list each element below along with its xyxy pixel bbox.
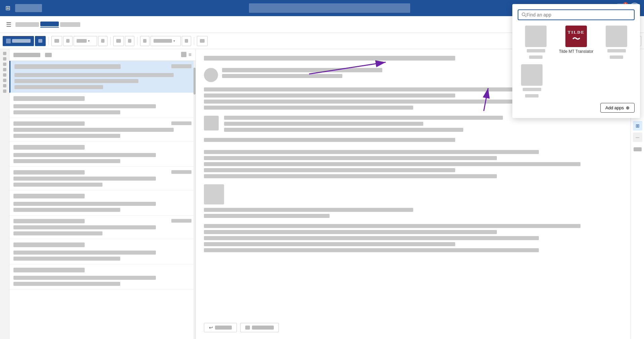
email-item[interactable] — [9, 142, 196, 167]
g2-icon2 — [66, 39, 70, 43]
tilde-wave: 〜 — [572, 35, 581, 43]
email-sender — [13, 194, 85, 198]
body-line-5 — [204, 138, 455, 142]
sidebar-icon-1[interactable] — [3, 52, 6, 55]
grid-view-button[interactable]: ⊞ — [633, 121, 642, 130]
reply-button[interactable]: ↩ — [204, 323, 237, 332]
email-list-panel: ≡ — [9, 49, 196, 339]
email-item[interactable] — [9, 93, 196, 118]
ribbon-divider-3 — [137, 37, 137, 45]
app-label-placeholder2 — [610, 55, 623, 59]
reading-footer: ↩ — [204, 317, 622, 332]
app-label-placeholder2 — [529, 55, 543, 59]
tab-label-2-active — [40, 22, 59, 26]
email-item[interactable] — [9, 190, 196, 216]
sidebar-icon-5[interactable] — [3, 73, 6, 77]
email-time — [171, 219, 191, 223]
hamburger-menu-icon[interactable]: ☰ — [3, 20, 14, 30]
search-icon — [522, 12, 526, 17]
app-label-p22 — [525, 94, 539, 98]
ribbon-btn-11[interactable] — [182, 36, 191, 46]
ribbon-btn-9[interactable] — [140, 36, 149, 46]
ribbon-group-5 — [197, 36, 208, 46]
folder-count — [45, 53, 52, 57]
email-item[interactable] — [9, 61, 196, 93]
body-line-8 — [204, 162, 581, 166]
reply-icon: ↩ — [209, 325, 213, 330]
add-apps-button[interactable]: Add apps ⊕ — [600, 103, 635, 113]
body-line-2 — [204, 93, 455, 98]
top-search-bar[interactable] — [249, 3, 410, 13]
sidebar-icon-4[interactable] — [3, 68, 6, 71]
add-apps-label: Add apps — [605, 105, 624, 110]
body-side-line-3 — [224, 128, 463, 132]
email-subject — [13, 251, 156, 255]
ribbon-group-3 — [113, 36, 134, 46]
email-subject — [13, 128, 174, 132]
sidebar-icon-2[interactable] — [3, 57, 6, 61]
ribbon-btn-4[interactable] — [63, 36, 73, 46]
email-item[interactable] — [9, 216, 196, 239]
email-preview2 — [14, 85, 103, 89]
sidebar-icon-8[interactable] — [3, 89, 6, 93]
sidebar-icon-6[interactable] — [3, 79, 6, 82]
ribbon-btn-3[interactable] — [51, 36, 62, 46]
email-preview — [13, 208, 120, 212]
sidebar-icon-7[interactable] — [3, 84, 6, 87]
email-sender — [13, 219, 85, 223]
ribbon-btn-5[interactable]: ▾ — [74, 36, 97, 46]
ribbon-divider-4 — [194, 37, 194, 45]
g4-icon — [143, 39, 146, 43]
body-line-10 — [204, 174, 497, 178]
add-apps-icon: ⊕ — [626, 105, 630, 110]
body-line-9 — [204, 168, 455, 172]
email-time — [171, 121, 191, 125]
tilde-mt-translator-app[interactable]: TILDE 〜 Tilde MT Translator — [558, 26, 594, 59]
body-line-1 — [204, 87, 539, 91]
ribbon-primary-btn[interactable] — [3, 36, 34, 46]
body-side-line-2 — [224, 122, 423, 126]
email-subject — [13, 202, 156, 206]
email-item[interactable] — [9, 239, 196, 264]
app-label-placeholder — [607, 49, 626, 52]
forward-button[interactable] — [240, 323, 279, 332]
more-options-button[interactable]: ··· — [633, 133, 642, 142]
ribbon-btn-7[interactable] — [113, 36, 124, 46]
ribbon-btn-10[interactable]: ▾ — [151, 36, 181, 46]
folder-title — [13, 53, 40, 57]
sender-avatar — [204, 68, 218, 82]
apps-grid-icon[interactable]: ⊞ — [4, 3, 12, 13]
inline-image-large — [204, 184, 224, 204]
tilde-app-icon: TILDE 〜 — [565, 26, 587, 47]
email-item[interactable] — [9, 118, 196, 142]
g2-label — [77, 39, 87, 43]
g4-icon2 — [185, 39, 188, 43]
svg-point-0 — [522, 13, 525, 16]
filter-icon[interactable] — [181, 52, 186, 57]
body-with-image — [204, 116, 622, 132]
sidebar-icon-3[interactable] — [3, 63, 6, 66]
email-subject — [13, 104, 156, 108]
ribbon-secondary-btn[interactable] — [35, 36, 46, 46]
ribbon-btn-8[interactable] — [125, 36, 134, 46]
scrollbar-thumb — [194, 68, 196, 95]
sort-icon[interactable]: ≡ — [188, 52, 191, 58]
email-item[interactable] — [9, 167, 196, 190]
g2-icon3 — [101, 39, 104, 43]
ribbon-btn-6[interactable] — [98, 36, 108, 46]
inline-image — [204, 116, 219, 130]
app-item[interactable] — [598, 26, 635, 59]
line-d — [204, 242, 455, 246]
app-item-2[interactable] — [521, 64, 543, 98]
app-item[interactable] — [518, 26, 554, 59]
email-sender — [13, 145, 85, 150]
sender-name — [222, 68, 382, 72]
app-search-input[interactable] — [526, 12, 631, 17]
app-grid: TILDE 〜 Tilde MT Translator — [518, 26, 635, 59]
email-scrollbar[interactable] — [194, 61, 196, 339]
email-subject — [13, 276, 156, 280]
ribbon-btn-12[interactable] — [197, 36, 208, 46]
email-preview — [13, 282, 120, 286]
g2-icon — [54, 39, 59, 43]
email-item[interactable] — [9, 264, 196, 290]
